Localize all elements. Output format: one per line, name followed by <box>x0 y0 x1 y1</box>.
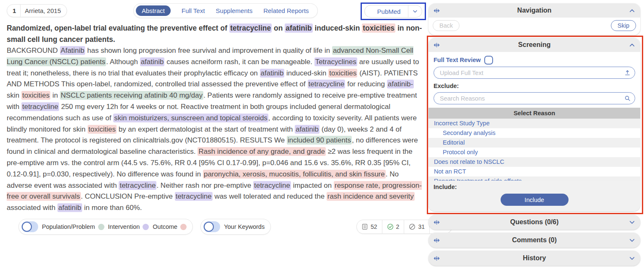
slash-circle-icon <box>409 223 415 230</box>
pico-highlight-toggle[interactable] <box>21 221 38 232</box>
navigation-panel: Navigation Back Skip <box>428 3 640 35</box>
legend-intervention: Intervention <box>108 223 149 230</box>
highlighted-text: tetracycline <box>21 102 59 111</box>
legend-outcome-label: Outcome <box>153 223 177 230</box>
highlighted-text: toxicities <box>21 91 50 100</box>
screening-panel-header[interactable]: Screening <box>428 38 640 52</box>
history-panel-title: History <box>523 254 546 262</box>
legend-population-label: Population/Problem <box>42 223 95 230</box>
comments-panel-header[interactable]: Comments (0) <box>428 233 640 248</box>
upload-full-text-input[interactable] <box>434 67 635 79</box>
citation-badge: 1 Arrieta, 2015 <box>7 4 67 17</box>
exclude-reason-label: Not an RCT <box>434 168 466 175</box>
highlighted-text: toxicities <box>88 125 117 134</box>
resize-handle-icon[interactable] <box>434 38 440 52</box>
stat-included: 2 <box>382 220 404 233</box>
screening-panel-body: Full Text Review Exclude: Select Reason <box>428 52 640 186</box>
exclude-reason-label: Incorrect Study Type <box>434 120 490 127</box>
exclude-reason-list: Incorrect Study Type Secondary analysis … <box>428 119 640 186</box>
resize-handle-icon[interactable] <box>434 233 440 248</box>
check-circle-icon <box>387 223 394 230</box>
chevron-down-icon[interactable] <box>629 233 635 248</box>
exclude-reason-option[interactable]: Protocol only <box>428 148 640 157</box>
highlighted-text: afatinib <box>140 57 165 66</box>
tab-abstract[interactable]: Abstract <box>136 5 171 16</box>
screening-panel-title: Screening <box>518 41 551 49</box>
sidebar: Navigation Back Skip Screening Full Text… <box>428 3 640 272</box>
highlighted-text: skin moisturizers, sunscreen and topical… <box>113 114 268 122</box>
keywords-highlight-toggle[interactable] <box>203 221 220 232</box>
exclude-reason-label: Editorial <box>443 139 465 146</box>
exclude-reason-option[interactable]: Secondary analysis <box>428 128 640 138</box>
chevron-up-icon[interactable] <box>629 38 635 52</box>
highlighted-text: NSCLC patients receiving afatinib 40 mg/… <box>60 91 203 100</box>
exclude-reason-label: Does not relate to NSCLC <box>434 158 504 165</box>
include-section: Include: Include <box>428 181 640 211</box>
citation-number: 1 <box>7 7 20 14</box>
stat-excluded: 31 <box>404 220 429 233</box>
upload-icon[interactable] <box>624 67 631 79</box>
full-text-review-checkbox[interactable] <box>484 56 493 65</box>
chevron-up-icon[interactable] <box>629 3 635 18</box>
plain-text: was well tolerated and reduced the <box>213 192 327 200</box>
highlighted-text: Tetracyclines <box>314 57 357 66</box>
tab-full-text[interactable]: Full Text <box>182 7 205 14</box>
plain-text: . CONCLUSION Pre-emptive <box>81 192 175 200</box>
highlighted-text: afatinib <box>260 69 285 78</box>
include-button[interactable]: Include <box>501 194 569 206</box>
history-panel-header[interactable]: History <box>428 251 640 266</box>
resize-handle-icon[interactable] <box>434 251 440 266</box>
exclude-reason-label: Secondary analysis <box>443 130 496 136</box>
chevron-down-icon[interactable] <box>629 251 635 266</box>
plain-text: . Although <box>106 58 140 66</box>
full-text-review-label: Full Text Review <box>434 57 481 63</box>
history-panel: History <box>428 251 640 266</box>
pubmed-annotation-box: PubMed <box>361 3 426 20</box>
plain-text: causes acneiform rash, it can be managea… <box>164 58 314 66</box>
exclude-reason-option[interactable]: Editorial <box>428 138 640 148</box>
chevron-down-icon[interactable] <box>629 215 635 230</box>
tab-related-reports[interactable]: Related Reports <box>263 7 309 14</box>
search-icon[interactable] <box>624 92 631 104</box>
highlighted-text: tetracycline <box>308 80 345 88</box>
stat-abstracts: 52 <box>357 220 382 233</box>
exclude-reason-option[interactable]: Incorrect Study Type <box>428 119 640 128</box>
abstract-body: BACKGROUND Afatinib has shown long progr… <box>7 45 423 214</box>
plain-text: associated with <box>7 204 57 212</box>
source-dropdown[interactable]: PubMed <box>364 5 423 18</box>
exclude-reason-label: Protocol only <box>443 149 478 155</box>
highlight-legend: Population/Problem Intervention Outcome … <box>18 219 271 235</box>
highlighted-text: included 90 patients <box>287 136 352 145</box>
legend-outcome: Outcome <box>153 223 187 230</box>
exclude-reason-option[interactable]: Not an RCT <box>428 167 640 176</box>
highlighted-text: tetracycline <box>229 23 272 33</box>
navigation-panel-header[interactable]: Navigation <box>428 3 640 18</box>
abstract-view: Randomized, open-label trial evaluating … <box>7 23 423 214</box>
resize-handle-icon[interactable] <box>434 3 440 18</box>
toggle-knob <box>204 222 214 232</box>
chevron-down-icon[interactable] <box>408 8 422 14</box>
intervention-color-dot <box>143 224 149 230</box>
stat-included-value: 2 <box>396 223 400 230</box>
back-button[interactable]: Back <box>433 20 460 31</box>
highlighted-text: afatinib <box>295 125 319 134</box>
outcome-color-dot <box>180 224 187 230</box>
navigation-panel-body: Back Skip <box>428 18 640 35</box>
plain-text: on <box>272 24 285 32</box>
resize-handle-icon[interactable] <box>434 215 440 230</box>
keywords-legend-pill: Your Keywords <box>200 219 271 235</box>
questions-panel-header[interactable]: Questions (0/6) <box>428 215 640 230</box>
search-reasons-input[interactable] <box>434 92 635 104</box>
questions-panel-title: Questions (0/6) <box>510 218 559 226</box>
highlighted-text: afatinib <box>57 203 82 212</box>
pico-legend-pill: Population/Problem Intervention Outcome <box>18 219 193 235</box>
exclude-reason-option[interactable]: Does not relate to NSCLC <box>428 157 640 167</box>
skip-button[interactable]: Skip <box>611 20 636 31</box>
plain-text: BACKGROUND <box>7 47 60 54</box>
highlighted-text: tetracycline <box>175 192 213 201</box>
document-icon <box>361 223 368 230</box>
plain-text: in more than 60%. <box>82 204 142 212</box>
search-reasons-field <box>434 92 635 104</box>
tab-supplements[interactable]: Supplements <box>216 7 253 14</box>
highlighted-text: Afatinib <box>60 46 86 55</box>
